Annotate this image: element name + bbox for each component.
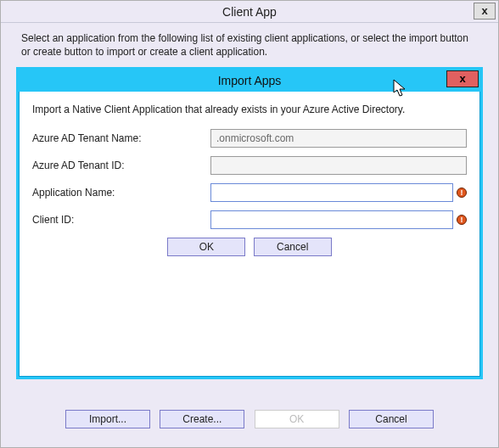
label-application-name: Application Name: <box>32 187 210 199</box>
label-tenant-name: Azure AD Tenant Name: <box>32 132 210 144</box>
inner-cancel-button[interactable]: Cancel <box>254 238 332 256</box>
input-tenant-name[interactable] <box>210 129 467 148</box>
inner-ok-button[interactable]: OK <box>167 238 245 256</box>
label-client-id: Client ID: <box>32 214 210 226</box>
row-tenant-name: Azure AD Tenant Name: <box>32 129 467 148</box>
row-client-id: Client ID: <box>32 210 467 229</box>
inner-close-button[interactable]: x <box>446 70 479 87</box>
input-application-name[interactable] <box>210 183 453 202</box>
error-icon <box>457 215 467 225</box>
row-application-name: Application Name: <box>32 183 467 202</box>
inner-title-text: Import Apps <box>218 74 282 87</box>
inner-intro-text: Import a Native Client Application that … <box>32 104 470 115</box>
label-tenant-id: Azure AD Tenant ID: <box>32 160 210 171</box>
client-app-window: Client App x Select an application from … <box>0 0 499 448</box>
outer-ok-button: OK <box>255 410 339 428</box>
outer-title-text: Client App <box>222 5 277 19</box>
input-tenant-id[interactable] <box>210 156 467 175</box>
outer-cancel-button[interactable]: Cancel <box>349 410 434 428</box>
error-icon <box>457 188 467 198</box>
row-tenant-id: Azure AD Tenant ID: <box>32 156 467 175</box>
inner-body: Import a Native Client Application that … <box>19 92 480 266</box>
inner-titlebar: Import Apps x <box>19 70 480 92</box>
outer-button-row: Import... Create... OK Cancel <box>1 410 498 428</box>
outer-intro-text: Select an application from the following… <box>1 23 498 69</box>
import-button[interactable]: Import... <box>65 410 150 428</box>
import-apps-dialog: Import Apps x Import a Native Client App… <box>16 67 483 379</box>
inner-button-row: OK Cancel <box>29 238 470 256</box>
outer-titlebar: Client App x <box>1 1 498 23</box>
input-client-id[interactable] <box>210 210 453 229</box>
create-button[interactable]: Create... <box>160 410 244 428</box>
outer-close-button[interactable]: x <box>474 3 496 20</box>
